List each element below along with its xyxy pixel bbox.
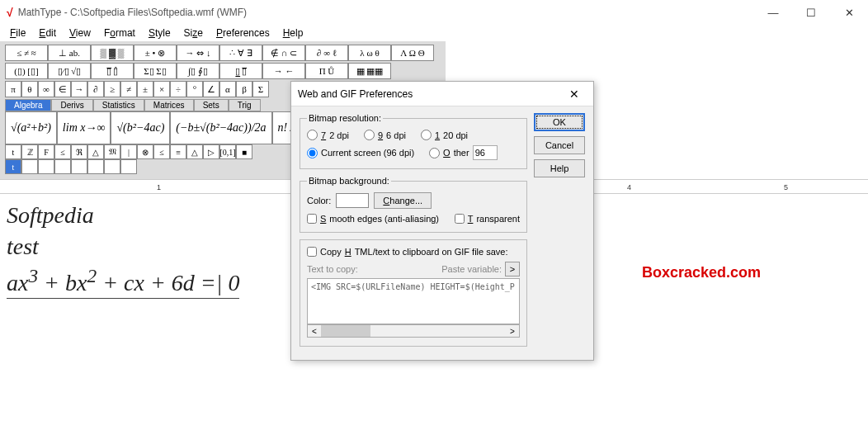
quick-cell[interactable]: ▷ <box>203 144 219 159</box>
greek-cell[interactable]: ∠ <box>203 81 219 97</box>
tab-derivs[interactable]: Derivs <box>51 99 92 111</box>
greek-cell[interactable]: → <box>71 81 87 97</box>
menu-format[interactable]: Format <box>97 26 142 40</box>
greek-cell[interactable]: α <box>219 81 236 97</box>
menu-preferences[interactable]: Preferences <box>210 26 276 40</box>
greek-cell[interactable]: ± <box>137 81 153 97</box>
greek-cell[interactable]: π <box>5 81 21 97</box>
template-cell[interactable]: ▦ ▦▦ <box>348 63 391 79</box>
greek-cell[interactable]: Σ <box>252 81 269 97</box>
symbol-cell[interactable]: Λ Ω Θ <box>391 45 434 61</box>
ok-button[interactable]: OK <box>534 113 585 131</box>
greek-cell[interactable]: ∈ <box>54 81 71 97</box>
quick-cell[interactable]: ≤ <box>153 144 170 159</box>
menu-edit[interactable]: Edit <box>32 26 63 40</box>
template-cell[interactable]: ▯̲ ▯̅ <box>219 63 262 79</box>
symbol-cell[interactable]: ± • ⊗ <box>134 45 177 61</box>
quick-cell[interactable]: t <box>5 144 21 159</box>
quick-cell[interactable]: ℤ <box>21 144 38 159</box>
scroll-right-icon[interactable]: > <box>506 327 519 336</box>
quick-cell[interactable]: ■ <box>236 144 252 159</box>
greek-cell[interactable]: ÷ <box>170 81 186 97</box>
greek-cell[interactable]: ≥ <box>104 81 120 97</box>
color-cell[interactable] <box>87 159 104 174</box>
symbol-cell[interactable]: ∂ ∞ ℓ <box>305 45 348 61</box>
menu-file[interactable]: File <box>3 26 32 40</box>
radio-other[interactable]: Other <box>429 145 498 160</box>
menu-view[interactable]: View <box>63 26 97 40</box>
quick-cell[interactable]: ⊗ <box>137 144 153 159</box>
quick-cell[interactable]: | <box>120 144 137 159</box>
symbol-cell[interactable]: λ ω θ <box>348 45 391 61</box>
radio-96dpi[interactable]: 96 dpi <box>364 130 406 140</box>
greek-cell[interactable]: × <box>153 81 170 97</box>
template-cell[interactable]: Π Ů <box>305 63 348 79</box>
color-cell[interactable] <box>104 159 120 174</box>
greek-cell[interactable]: ∂ <box>87 81 104 97</box>
dialog-close-button[interactable]: ✕ <box>562 87 587 101</box>
cancel-button[interactable]: Cancel <box>534 136 585 154</box>
symbol-cell[interactable]: → ⇔ ↓ <box>177 45 219 61</box>
template-cell[interactable]: ▯̅ ▯̂ <box>91 63 134 79</box>
change-color-button[interactable]: Change... <box>374 192 432 209</box>
color-cell[interactable]: t <box>5 159 21 174</box>
template-cell[interactable]: → ← <box>262 63 305 79</box>
smooth-edges-checkbox[interactable]: Smooth edges (anti-aliasing) <box>307 214 439 224</box>
symbol-cell[interactable]: ≤ ≠ ≈ <box>5 45 48 61</box>
scroll-left-icon[interactable]: < <box>308 327 321 336</box>
quick-cell[interactable]: [0,1] <box>219 144 236 159</box>
symbol-cell[interactable]: ▒ ▓ ▒ <box>91 45 134 61</box>
tab-matrices[interactable]: Matrices <box>144 99 194 111</box>
preferences-dialog: Web and GIF Preferences ✕ Bitmap resolut… <box>290 81 594 361</box>
formula-cell[interactable]: (−b±√(b²−4ac))/2a <box>170 111 271 144</box>
paste-variable-button[interactable]: > <box>505 262 520 276</box>
copy-html-checkbox[interactable]: Copy HTML/text to clipboard on GIF file … <box>307 247 520 257</box>
quick-cell[interactable]: ℜ <box>71 144 87 159</box>
color-cell[interactable] <box>38 159 54 174</box>
scroll-thumb[interactable] <box>321 325 370 337</box>
help-button[interactable]: Help <box>534 159 585 177</box>
minimize-button[interactable]: — <box>754 0 792 25</box>
color-cell[interactable] <box>54 159 71 174</box>
template-cell[interactable]: (▯) [▯] <box>5 63 48 79</box>
greek-cell[interactable]: β <box>236 81 252 97</box>
maximize-button[interactable]: ☐ <box>792 0 830 25</box>
formula-cell[interactable]: √(b²−4ac) <box>111 111 170 144</box>
other-dpi-input[interactable] <box>473 145 498 160</box>
formula-cell[interactable]: √(a²+b²) <box>5 111 57 144</box>
tab-statistics[interactable]: Statistics <box>93 99 144 111</box>
quick-cell[interactable]: △ <box>87 144 104 159</box>
menu-help[interactable]: Help <box>276 26 310 40</box>
radio-120dpi[interactable]: 120 dpi <box>421 130 468 140</box>
color-cell[interactable] <box>71 159 87 174</box>
template-cell[interactable]: Σ▯ Σ▯ <box>134 63 177 79</box>
tab-sets[interactable]: Sets <box>194 99 229 111</box>
quick-cell[interactable]: ≤ <box>54 144 71 159</box>
html-text-box[interactable]: <IMG SRC=$(URLFileName) HEIGHT=$(Height_… <box>307 278 520 324</box>
symbol-cell[interactable]: ⊥ ab. <box>48 45 91 61</box>
menu-style[interactable]: Style <box>142 26 177 40</box>
quick-cell[interactable]: ≡ <box>170 144 186 159</box>
color-cell[interactable] <box>21 159 38 174</box>
quick-cell[interactable]: F <box>38 144 54 159</box>
greek-cell[interactable]: θ <box>21 81 38 97</box>
color-cell[interactable] <box>120 159 137 174</box>
quick-cell[interactable]: △ <box>186 144 203 159</box>
transparent-checkbox[interactable]: Transparent <box>455 214 520 224</box>
radio-72dpi[interactable]: 72 dpi <box>307 130 349 140</box>
tab-algebra[interactable]: Algebra <box>5 99 51 111</box>
template-cell[interactable]: ∫▯ ∮▯ <box>177 63 219 79</box>
greek-cell[interactable]: ≠ <box>120 81 137 97</box>
template-cell[interactable]: ▯⁄▯ √▯ <box>48 63 91 79</box>
symbol-cell[interactable]: ∴ ∀ ∃ <box>219 45 262 61</box>
tab-trig[interactable]: Trig <box>229 99 261 111</box>
menu-size[interactable]: Size <box>177 26 210 40</box>
greek-cell[interactable]: ° <box>186 81 203 97</box>
formula-cell[interactable]: lim x→∞ <box>57 111 111 144</box>
radio-current-screen[interactable]: Current screen (96 dpi) <box>307 145 414 160</box>
textbox-hscrollbar[interactable]: < > <box>307 324 520 338</box>
close-button[interactable]: ✕ <box>830 0 868 25</box>
quick-cell[interactable]: 𝔐 <box>104 144 120 159</box>
symbol-cell[interactable]: ∉ ∩ ⊂ <box>262 45 305 61</box>
greek-cell[interactable]: ∞ <box>38 81 54 97</box>
